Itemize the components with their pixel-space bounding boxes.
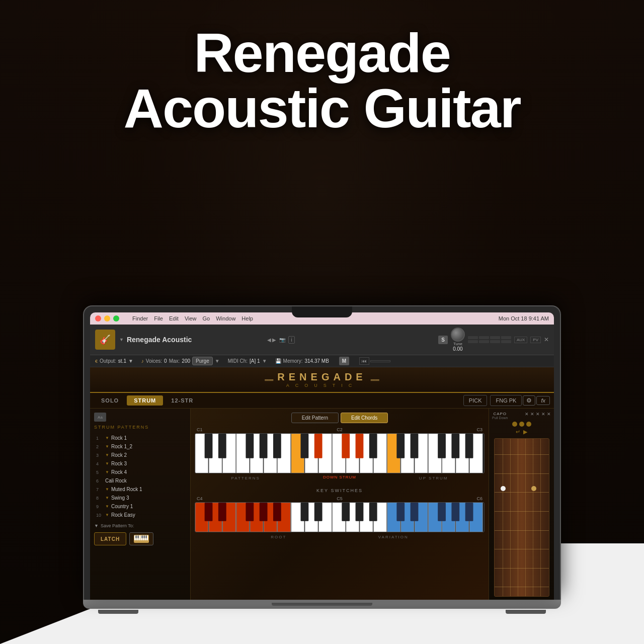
capo-controls: ↵ ▶ [516, 429, 527, 435]
upper-piano[interactable] [195, 433, 485, 473]
led-container [468, 336, 511, 343]
x5: ✕ [547, 412, 551, 420]
center-area: Edit Pattern Edit Chords C1 C2 C3 [191, 409, 489, 600]
string-1 [503, 439, 503, 596]
led-strip-top [468, 336, 511, 339]
menu-finder[interactable]: Finder [132, 315, 148, 321]
voices-icon: ♪ [141, 358, 144, 364]
output-value: st.1 [118, 358, 126, 364]
svg-rect-36 [246, 434, 254, 458]
menu-edit[interactable]: Edit [169, 315, 179, 321]
pattern-item-9[interactable]: 9 ▼ Country 1 [94, 502, 186, 511]
menu-view[interactable]: View [185, 315, 197, 321]
fx-button[interactable]: fx [536, 396, 550, 405]
lower-section-labels: ROOT VARIATION [195, 532, 485, 542]
next-arrow[interactable]: ▶ [272, 337, 276, 343]
info-btn[interactable]: i [288, 336, 294, 344]
tab-12str[interactable]: 12-STR [164, 395, 200, 406]
midi-dropdown[interactable]: ▼ [262, 358, 267, 364]
svg-rect-81 [411, 503, 419, 521]
svg-rect-34 [205, 434, 213, 458]
tab-fngpk[interactable]: FNG PK [490, 395, 522, 406]
laptop-screen-bezel: Finder File Edit View Go Window Help Mon… [90, 312, 554, 600]
svg-rect-80 [396, 503, 405, 521]
patterns-title: STRUM PATTERNS [94, 425, 186, 430]
nav-arrows: ◀ ▶ [267, 337, 276, 343]
play-btn[interactable] [370, 360, 390, 362]
maximize-button[interactable] [113, 315, 119, 321]
kontakt-infobar: € Output: st.1 ▼ ♪ Voices: 0 Max: 200 Pu… [90, 355, 554, 367]
capo-sub: Pull Down [492, 416, 508, 420]
memory-label: Memory: [283, 358, 303, 364]
tune-knob[interactable] [451, 328, 465, 342]
midi-keyboard-icon [134, 535, 149, 543]
string-5 [533, 439, 533, 596]
snapshot-icon[interactable]: 📷 [279, 337, 285, 343]
down-strum-label: DOWN STRUM [323, 475, 356, 481]
voices-info: ♪ Voices: 0 Max: 200 Purge ▼ [141, 357, 220, 365]
led-2 [479, 336, 489, 339]
menu-help[interactable]: Help [242, 315, 253, 321]
string-2 [510, 439, 511, 596]
menu-window[interactable]: Window [216, 315, 235, 321]
rewind-btn[interactable]: ⏮ [359, 357, 369, 365]
minimize-button[interactable] [104, 315, 110, 321]
aux-label: AUX [514, 337, 527, 343]
tune-label: Tune [453, 342, 462, 346]
voices-label: Voices: [146, 358, 162, 364]
macos-menu: Finder File Edit View Go Window Help [132, 315, 253, 321]
latch-button[interactable]: LATCH [94, 532, 126, 545]
save-pattern[interactable]: ▼ Save Pattern To: [94, 523, 186, 528]
upper-label-c2: C2 [337, 427, 343, 432]
panel-icon: Aa [94, 413, 106, 422]
lower-label-c4: C4 [197, 496, 203, 501]
capo-play-btn[interactable]: ▶ [523, 429, 527, 435]
purge-button[interactable]: Purge [192, 357, 213, 365]
pattern-item-3[interactable]: 3 ▼ Rock 2 [94, 451, 186, 459]
edit-chords-button[interactable]: Edit Chords [341, 413, 388, 423]
tab-solo[interactable]: SOLO [94, 395, 126, 406]
menu-file[interactable]: File [154, 315, 163, 321]
m-button[interactable]: M [339, 357, 349, 365]
pattern-item-6[interactable]: 6 Cali Rock [94, 476, 186, 485]
laptop-screen-outer: Finder File Edit View Go Window Help Mon… [83, 305, 561, 600]
pattern-item-7[interactable]: 7 ▼ Muted Rock 1 [94, 485, 186, 494]
svg-rect-72 [246, 503, 254, 521]
string-x-indicators: ✕ ✕ ✕ ✕ ✕ [525, 412, 551, 420]
edit-buttons: Edit Pattern Edit Chords [195, 413, 485, 423]
lower-piano[interactable] [195, 502, 485, 532]
pattern-item-8[interactable]: 8 ▼ Swing 3 [94, 494, 186, 502]
svg-rect-84 [465, 503, 473, 521]
midi-icon-button[interactable] [129, 532, 153, 545]
settings-button[interactable]: ⚙ [523, 395, 535, 406]
prev-arrow[interactable]: ◀ [267, 337, 271, 343]
pattern-item-10[interactable]: 10 ▼ Rock Easy [94, 511, 186, 519]
pattern-item-2[interactable]: 2 ▼ Rock 1_2 [94, 442, 186, 451]
plugin-ui: ══ RENEGADE ACOUSTIC ══ SOLO STRUM 12-ST… [90, 367, 554, 600]
logo-left-deco: ══ [265, 376, 273, 383]
laptop-foot-left [98, 610, 138, 614]
led-4 [501, 336, 511, 339]
menu-go[interactable]: Go [203, 315, 210, 321]
key-switches-header: KEY SWITCHES [195, 485, 485, 494]
tab-strum[interactable]: STRUM [127, 395, 163, 406]
s-button[interactable]: S [438, 336, 448, 344]
pattern-item-4[interactable]: 4 ▼ Rock 3 [94, 459, 186, 468]
led-5 [468, 340, 478, 343]
purge-dropdown[interactable]: ▼ [215, 358, 220, 364]
close-button[interactable] [95, 315, 101, 321]
output-dropdown[interactable]: ▼ [128, 358, 133, 364]
pattern-item-5[interactable]: 5 ▼ Rock 4 [94, 468, 186, 476]
svg-rect-43 [369, 434, 377, 458]
output-icon: € [95, 359, 98, 364]
fretboard [494, 438, 549, 597]
edit-pattern-button[interactable]: Edit Pattern [291, 413, 339, 423]
tab-pick[interactable]: PICK [463, 395, 488, 406]
string-4 [525, 439, 526, 596]
root-label: ROOT [271, 535, 286, 539]
svg-rect-75 [301, 503, 309, 521]
close-plugin-btn[interactable]: ✕ [544, 336, 549, 343]
capo-arrow-btn[interactable]: ↵ [516, 429, 520, 435]
finger-dot-2 [531, 486, 536, 491]
pattern-item-1[interactable]: 1 ▼ Rock 1 [94, 434, 186, 442]
